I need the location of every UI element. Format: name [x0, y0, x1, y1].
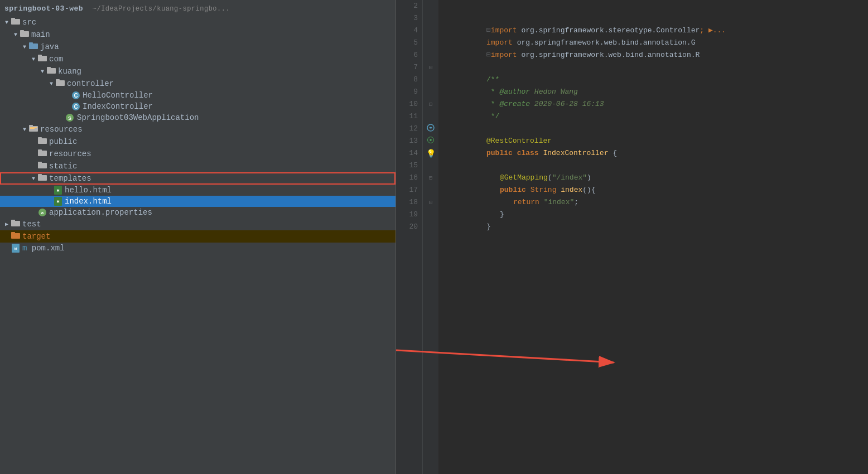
svg-marker-44: [430, 139, 433, 142]
label-index-controller: IndexController: [83, 102, 153, 111]
ln-6: 6: [396, 49, 418, 61]
folder-icon-target: [11, 231, 20, 241]
project-title: springboot-03-web ~/IdeaProjects/kuang-s…: [0, 2, 396, 16]
run-icon-13[interactable]: [427, 137, 434, 146]
label-static: static: [49, 162, 77, 171]
svg-rect-27: [38, 162, 42, 164]
folder-icon-templates: [38, 173, 47, 183]
ln-14: 14: [396, 147, 418, 159]
label-test: test: [22, 220, 41, 229]
label-com: com: [49, 55, 63, 64]
svg-text:H: H: [56, 188, 59, 192]
main-container: springboot-03-web ~/IdeaProjects/kuang-s…: [0, 0, 868, 474]
gutter-19: [423, 209, 438, 221]
fold-icon-16[interactable]: ⊟: [429, 175, 432, 181]
gutter-8: [423, 74, 438, 86]
svg-rect-25: [38, 149, 42, 152]
label-appprops: application.properties: [49, 208, 152, 217]
tree-item-com[interactable]: com: [0, 53, 396, 65]
tree-item-kuang[interactable]: kuang: [0, 65, 396, 78]
ln-10: 10: [396, 98, 418, 110]
ln-12: 12: [396, 123, 418, 135]
bulb-icon-14[interactable]: 💡: [426, 149, 436, 158]
tree-item-springapp[interactable]: S Springboot03WebApplication: [0, 112, 396, 123]
line-numbers: 2 3 4 5 6 7 8 9 10 11 12 13 14 15 16 17 …: [396, 0, 423, 474]
svg-text:a: a: [41, 210, 44, 215]
tree-item-index-html[interactable]: H index.html: [0, 196, 396, 207]
gutter-18: ⊟: [423, 196, 438, 209]
svg-text:C: C: [74, 104, 78, 110]
folder-icon-static: [38, 161, 47, 171]
tree-item-templates[interactable]: templates: [0, 172, 396, 185]
gutter-20: [423, 221, 438, 233]
tree-item-java[interactable]: java: [0, 41, 396, 53]
svg-rect-37: [11, 220, 15, 222]
code-line-12: @RestController: [443, 123, 868, 135]
code-line-19: }: [443, 209, 868, 221]
props-icon: a: [38, 208, 47, 217]
tree-item-appprops[interactable]: a application.properties: [0, 207, 396, 218]
ln-13: 13: [396, 135, 418, 147]
label-kuang: kuang: [58, 67, 81, 76]
fold-icon-18[interactable]: ⊟: [429, 199, 432, 206]
ln-19: 19: [396, 209, 418, 221]
file-tree-sidebar[interactable]: springboot-03-web ~/IdeaProjects/kuang-s…: [0, 0, 396, 474]
svg-text:C: C: [74, 93, 78, 99]
tree-item-public[interactable]: public: [0, 136, 396, 148]
templates-row-wrapper: templates: [0, 172, 396, 185]
arrow-kuang: [38, 69, 47, 75]
code-area: 2 3 4 5 6 7 8 9 10 11 12 13 14 15 16 17 …: [396, 0, 868, 474]
pom-icon: M: [11, 244, 20, 253]
tree-item-resources-folder[interactable]: resources: [0, 123, 396, 136]
tree-item-src[interactable]: src: [0, 16, 396, 28]
gutter-15: [423, 159, 438, 172]
tree-item-index-controller[interactable]: C IndexController: [0, 101, 396, 112]
label-hello-html: hello.html: [65, 186, 112, 195]
tree-item-hello-controller[interactable]: C HelloController: [0, 90, 396, 101]
label-public: public: [49, 137, 77, 146]
ln-7: 7: [396, 61, 418, 74]
arrow-main: [11, 32, 20, 38]
ln-15: 15: [396, 159, 418, 172]
tree-item-hello-html[interactable]: H hello.html: [0, 185, 396, 196]
folder-icon-main: [20, 30, 29, 40]
bean-icon-12[interactable]: [427, 124, 435, 134]
svg-rect-5: [29, 42, 33, 45]
arrow-com: [29, 56, 38, 62]
code-editor: 2 3 4 5 6 7 8 9 10 11 12 13 14 15 16 17 …: [396, 0, 868, 474]
tree-item-target[interactable]: target: [0, 230, 396, 243]
arrow-src: [2, 20, 11, 26]
svg-rect-9: [47, 67, 51, 69]
gutter-5: [423, 37, 438, 49]
ln-9: 9: [396, 86, 418, 98]
arrow-templates: [29, 176, 38, 182]
gutter-13: [423, 135, 438, 147]
ln-2: 2: [396, 0, 418, 12]
label-target: target: [22, 232, 50, 241]
gutter-9: [423, 86, 438, 98]
tree-item-resources-sub[interactable]: resources: [0, 148, 396, 160]
tree-item-pom[interactable]: M m pom.xml: [0, 243, 396, 254]
gutter-4: [423, 25, 438, 37]
gutter-7: ⊟: [423, 61, 438, 74]
fold-icon-7[interactable]: ⊟: [429, 64, 432, 71]
folder-icon-resources: [29, 124, 38, 134]
svg-rect-20: [30, 127, 37, 128]
ln-5: 5: [396, 37, 418, 49]
svg-rect-3: [20, 30, 24, 32]
svg-rect-23: [38, 137, 42, 139]
tree-item-test[interactable]: test: [0, 218, 396, 230]
label-index-html: index.html: [65, 197, 112, 206]
svg-text:M: M: [15, 247, 17, 250]
tree-item-main[interactable]: main: [0, 28, 396, 41]
class-icon-hello: C: [71, 91, 80, 100]
code-line-15: @GetMapping("/index"): [443, 159, 868, 172]
ln-20: 20: [396, 221, 418, 233]
arrow-test: [2, 221, 11, 228]
tree-item-static[interactable]: static: [0, 160, 396, 172]
fold-icon-10[interactable]: ⊟: [429, 101, 432, 108]
svg-rect-1: [11, 18, 15, 20]
code-line-2: [443, 0, 868, 12]
tree-item-controller[interactable]: controller: [0, 78, 396, 90]
folder-icon-java: [29, 42, 38, 52]
